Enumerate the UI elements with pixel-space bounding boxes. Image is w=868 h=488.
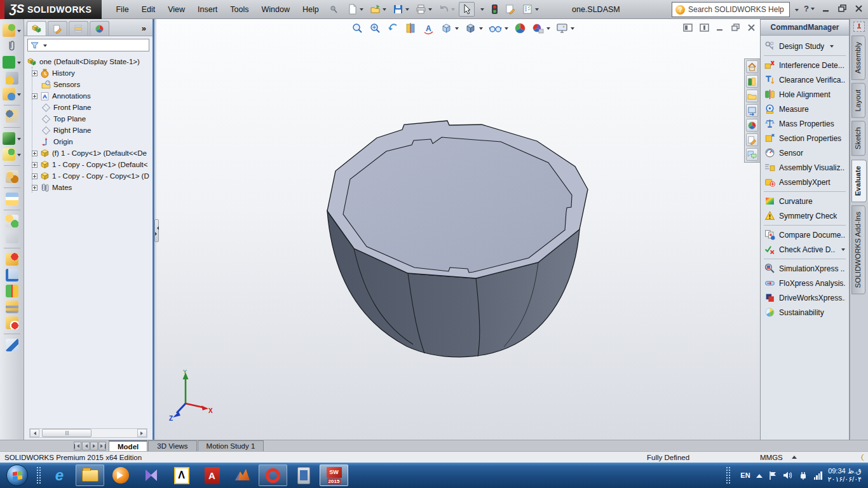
tab-displaymanager[interactable] <box>90 21 109 36</box>
matlab-button[interactable] <box>228 464 257 486</box>
tree-item-part-1[interactable]: (f) 1 - Copy<1> (Default<<De <box>32 147 153 159</box>
driveworksxpress-button[interactable]: DriveWorksXpress... <box>762 290 848 305</box>
pane-split-toggle[interactable] <box>699 23 710 32</box>
view-settings-button[interactable] <box>555 22 575 35</box>
more-tabs-chevron-icon[interactable]: » <box>142 24 150 36</box>
tab-sketch[interactable]: Sketch <box>851 121 865 156</box>
solidworks-resources-icon[interactable] <box>746 75 758 88</box>
new-motion-study-button[interactable] <box>6 170 18 183</box>
home-icon[interactable] <box>746 60 758 73</box>
mate-button[interactable] <box>6 40 18 53</box>
zoom-to-area-button[interactable] <box>369 22 382 35</box>
tree-item-right-plane[interactable]: Right Plane <box>32 125 153 136</box>
language-indicator[interactable]: EN <box>740 471 750 479</box>
model-3d[interactable] <box>156 19 760 440</box>
design-study-button[interactable]: Design Study <box>762 39 848 53</box>
commandmanager-title[interactable]: CommandManager <box>761 20 849 36</box>
document-close-button[interactable] <box>747 23 756 32</box>
tab-layout[interactable]: Layout <box>851 83 865 118</box>
save-button[interactable] <box>390 2 412 17</box>
tab-evaluate[interactable]: Evaluate <box>851 159 867 202</box>
move-component-button[interactable] <box>3 88 21 100</box>
lambda-app-button[interactable]: Λ <box>167 464 196 486</box>
open-document-button[interactable] <box>367 2 389 17</box>
menu-pin-icon[interactable] <box>328 4 339 15</box>
interference-detection-button[interactable] <box>6 253 18 266</box>
scroll-left-button[interactable] <box>30 429 39 437</box>
volume-icon[interactable] <box>783 471 793 480</box>
units-selector[interactable]: MMGS <box>760 454 797 461</box>
zoom-to-fit-button[interactable] <box>351 22 364 35</box>
tree-item-front-plane[interactable]: Front Plane <box>32 102 153 113</box>
windows-media-player-button[interactable] <box>106 464 135 486</box>
start-button[interactable] <box>6 464 28 486</box>
document-restore-button[interactable] <box>731 23 741 32</box>
reference-geometry-button[interactable] <box>3 148 21 161</box>
show-hidden-components-button[interactable] <box>6 110 18 123</box>
previous-tab-button[interactable] <box>82 442 90 451</box>
rebuild-button[interactable] <box>488 2 501 17</box>
3d-drawing-view-button[interactable]: A <box>422 22 435 35</box>
scrollbar-thumb[interactable] <box>42 429 92 437</box>
menu-view[interactable]: View <box>161 2 191 17</box>
tree-root[interactable]: one (Default<Display State-1>) <box>27 56 153 67</box>
solidworks-forum-icon[interactable] <box>746 148 758 161</box>
first-tab-button[interactable] <box>74 442 81 451</box>
simulationxpress-button[interactable]: SimulationXpress ... <box>762 261 848 276</box>
expand-icon[interactable] <box>32 71 37 76</box>
section-view-button[interactable] <box>404 22 417 35</box>
clearance-verification-button[interactable]: Clearance Verifica... <box>762 72 848 87</box>
tree-item-mates[interactable]: Mates <box>32 182 153 193</box>
help-button[interactable]: ? <box>804 4 815 13</box>
menu-file[interactable]: File <box>109 2 135 17</box>
tab-model[interactable]: Model <box>109 440 147 451</box>
minimize-button[interactable] <box>822 4 831 13</box>
panel-splitter-handle[interactable] <box>154 219 159 242</box>
hide-show-items-button[interactable] <box>488 22 509 35</box>
last-tab-button[interactable] <box>98 442 106 451</box>
search-dropdown[interactable] <box>795 9 799 13</box>
custom-properties-icon[interactable] <box>746 133 758 146</box>
expand-icon[interactable] <box>32 173 37 179</box>
file-explorer-icon[interactable] <box>746 104 758 117</box>
network-signal-icon[interactable] <box>814 471 822 480</box>
symmetry-check-button[interactable]: Symmetry Check <box>762 208 848 223</box>
new-document-button[interactable] <box>344 2 366 17</box>
commandmanager-pin-icon[interactable] <box>853 22 865 32</box>
sensor-button[interactable]: Sensor <box>762 146 848 160</box>
appearances-icon[interactable] <box>746 119 758 132</box>
power-plug-icon[interactable] <box>799 471 808 480</box>
insert-components-button[interactable] <box>3 24 21 37</box>
assemblyxpert-button[interactable]: AssemblyXpert <box>762 175 848 189</box>
menu-help[interactable]: Help <box>296 2 325 17</box>
expand-icon[interactable] <box>32 162 37 168</box>
print-button[interactable] <box>413 2 435 17</box>
view-orientation-button[interactable] <box>440 22 459 35</box>
tab-solidworks-add-ins[interactable]: SOLIDWORKS Add-Ins <box>851 205 865 294</box>
menu-window[interactable]: Window <box>255 2 296 17</box>
explode-line-sketch-button[interactable] <box>6 231 18 243</box>
tree-item-history[interactable]: History <box>32 67 153 79</box>
tree-item-part-3[interactable]: 1 - Copy - Copy - Copy<1> (D <box>32 170 153 182</box>
scrollbar-track[interactable] <box>39 429 137 437</box>
options-button[interactable] <box>520 2 541 17</box>
hole-alignment-button[interactable] <box>6 285 18 297</box>
tab-configurationmanager[interactable] <box>69 21 88 36</box>
menu-insert[interactable]: Insert <box>191 2 224 17</box>
assembly-visualization-button[interactable]: Assembly Visualiz... <box>762 160 848 175</box>
menu-edit[interactable]: Edit <box>135 2 162 17</box>
tree-item-sensors[interactable]: Sensors <box>32 79 153 90</box>
tree-item-top-plane[interactable]: Top Plane <box>32 113 153 125</box>
internet-explorer-button[interactable]: e <box>45 464 74 486</box>
tree-filter[interactable] <box>27 39 149 51</box>
menu-tools[interactable]: Tools <box>224 2 255 17</box>
instant3d-button[interactable] <box>6 339 18 351</box>
pane-left-toggle[interactable] <box>682 23 693 32</box>
interference-detection-button[interactable]: Interference Dete... <box>762 58 848 72</box>
solidworks-taskbar-button[interactable]: SW 2015 <box>320 464 348 486</box>
expand-icon[interactable] <box>32 151 37 156</box>
display-style-button[interactable] <box>464 22 484 35</box>
tab-motion-study-1[interactable]: Motion Study 1 <box>198 440 264 451</box>
quick-tips-icon[interactable] <box>859 454 865 461</box>
select-dropdown[interactable] <box>476 4 487 15</box>
